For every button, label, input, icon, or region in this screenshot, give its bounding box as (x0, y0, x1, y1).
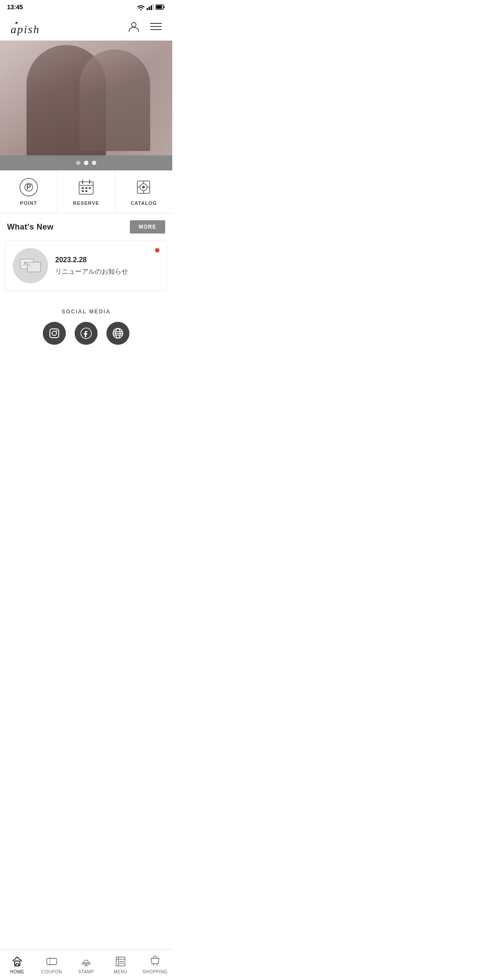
svg-point-36 (56, 330, 57, 332)
svg-rect-34 (50, 329, 59, 338)
apish-logo: ★ apish (9, 18, 62, 37)
svg-rect-19 (82, 187, 84, 189)
svg-text:P: P (26, 183, 31, 191)
whats-new-section: What's New MORE 2023.2.28 リニューアルのお知らせ (0, 213, 172, 291)
status-time: 13:45 (7, 4, 23, 11)
news-title: リニューアルのお知らせ (55, 268, 159, 276)
svg-point-8 (132, 23, 136, 27)
carousel-dot-2[interactable] (84, 161, 88, 165)
catalog-icon (134, 177, 153, 197)
hamburger-icon (150, 22, 162, 31)
more-button[interactable]: MORE (130, 220, 165, 234)
svg-rect-32 (27, 262, 41, 272)
social-media-section: SOCIAL MEDIA (0, 298, 172, 355)
facebook-icon (80, 328, 92, 339)
quick-nav-catalog[interactable]: CATALOG (115, 170, 172, 213)
instagram-icon (49, 328, 60, 339)
news-thumbnail (13, 248, 48, 283)
point-label: POINT (20, 200, 37, 206)
quick-nav-point[interactable]: P POINT (0, 170, 57, 213)
social-media-title: SOCIAL MEDIA (7, 309, 165, 315)
svg-rect-5 (156, 6, 162, 9)
svg-rect-3 (153, 4, 154, 10)
app-header: ★ apish (0, 14, 172, 41)
svg-point-35 (52, 331, 57, 335)
wifi-icon (137, 4, 145, 10)
profile-button[interactable] (126, 19, 141, 35)
svg-rect-21 (89, 187, 91, 189)
news-date: 2023.2.28 (55, 256, 159, 264)
catalog-label: CATALOG (130, 200, 157, 206)
svg-point-26 (142, 186, 145, 188)
svg-rect-0 (147, 8, 148, 10)
reserve-label: RESERVE (73, 200, 99, 206)
website-button[interactable] (106, 322, 129, 345)
status-bar: 13:45 (0, 0, 172, 14)
svg-rect-23 (85, 190, 87, 192)
signal-icon (147, 4, 154, 10)
quick-nav-reserve[interactable]: RESERVE (57, 170, 115, 213)
carousel-dot-1[interactable] (76, 161, 80, 165)
svg-rect-20 (85, 187, 87, 189)
menu-button[interactable] (148, 20, 163, 34)
hero-banner (0, 41, 172, 155)
point-icon: P (19, 177, 38, 197)
reserve-icon (76, 177, 96, 197)
section-title: What's New (7, 222, 53, 232)
carousel-dot-3[interactable] (92, 161, 96, 165)
header-actions (126, 19, 163, 35)
unread-dot (155, 248, 159, 253)
news-thumb-inner (15, 254, 46, 278)
svg-rect-2 (151, 5, 152, 10)
carousel-dots (0, 155, 172, 170)
status-icons (137, 4, 165, 10)
quick-nav: P POINT RESERVE (0, 170, 172, 213)
social-icons (7, 322, 165, 345)
svg-rect-1 (149, 7, 150, 10)
logo: ★ apish (9, 18, 62, 37)
globe-icon (112, 328, 124, 339)
news-content: 2023.2.28 リニューアルのお知らせ (55, 256, 159, 276)
battery-icon (155, 4, 165, 10)
instagram-button[interactable] (43, 322, 66, 345)
svg-rect-22 (82, 190, 84, 192)
section-header: What's New MORE (0, 213, 172, 241)
hero-image (0, 41, 172, 155)
news-card[interactable]: 2023.2.28 リニューアルのお知らせ (5, 241, 167, 291)
facebook-button[interactable] (75, 322, 98, 345)
profile-icon (128, 21, 140, 32)
svg-text:apish: apish (11, 23, 40, 36)
